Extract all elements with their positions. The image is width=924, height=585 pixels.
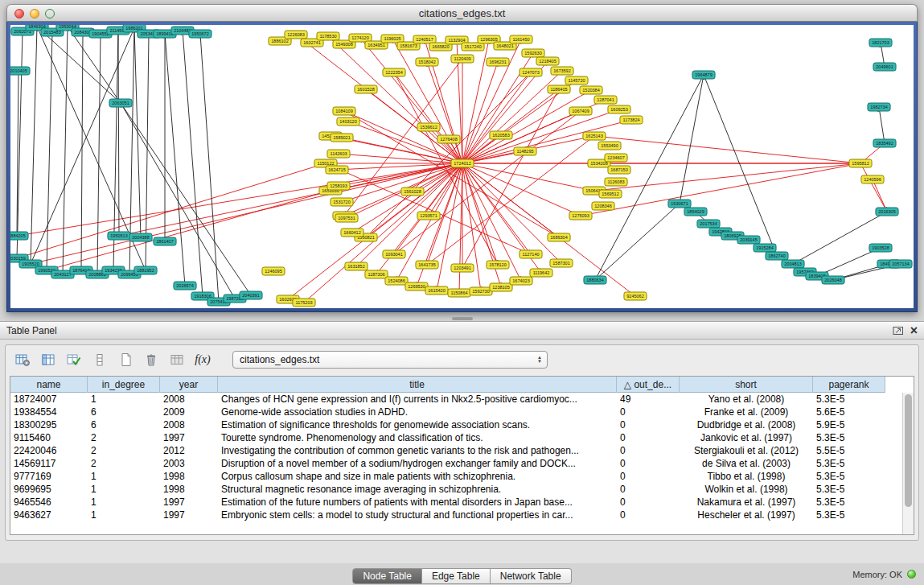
graph-node[interactable]: 1615420 [425,286,448,295]
table-cell-title[interactable]: Genome-wide association studies in ADHD. [218,406,617,418]
graph-node[interactable]: 1246095 [262,267,285,275]
table-selector-dropdown[interactable]: citations_edges.txt ▲▼ [232,351,548,369]
graph-node[interactable]: 2049601 [873,63,896,71]
graph-node[interactable]: 1218405 [536,57,559,65]
graph-node[interactable]: 1293571 [417,212,440,220]
graph-node[interactable]: 1067409 [569,107,592,115]
graph-node[interactable]: 1148295 [514,147,536,155]
table-cell-short[interactable]: de Silva et al. (2003) [680,457,813,470]
table-cell-pagerank[interactable]: 5.3E-5 [813,431,885,444]
table-cell-name[interactable]: 19384554 [10,406,88,418]
row-editor-icon[interactable] [91,351,109,369]
table-cell-in_degree[interactable]: 2 [88,431,160,444]
graph-node[interactable]: 1835492 [873,139,896,147]
graph-node[interactable]: 2017534 [697,220,720,228]
table-cell-short[interactable]: Jankovic et al. (1997) [680,431,813,444]
table-row[interactable]: 1830029562008Estimation of significance … [10,418,902,431]
table-cell-name[interactable]: 9465546 [10,496,88,509]
graph-node[interactable]: 1595812 [849,159,872,167]
column-header-title[interactable]: title [218,377,617,393]
graph-node[interactable]: 1881952 [134,266,157,274]
table-row[interactable]: 1938455462009Genome-wide association stu… [10,406,902,418]
graph-node[interactable]: 1589021 [331,134,353,142]
graph-node[interactable]: 1403120 [337,117,359,126]
window-titlebar[interactable]: citations_edges.txt [6,4,918,22]
graph-node[interactable]: 2063051 [109,99,132,107]
graph-node[interactable]: 1287041 [594,96,617,104]
table-row[interactable]: 1872400712008Changes of HCN gene express… [10,393,902,406]
graph-node[interactable]: 1884205 [10,232,28,240]
table-cell-out_degree[interactable]: 0 [617,470,680,483]
graph-node[interactable]: 1150864 [448,289,470,297]
graph-node[interactable]: 1203491 [451,264,474,272]
table-cell-year[interactable]: 1998 [160,470,218,483]
column-header-name[interactable]: name [10,377,88,393]
table-cell-in_degree[interactable]: 1 [88,393,160,406]
table-cell-short[interactable]: Wolkin et al. (1998) [680,483,813,496]
close-window-button[interactable] [14,9,24,19]
table-cell-year[interactable]: 2008 [160,418,218,431]
table-cell-pagerank[interactable]: 5.3E-5 [813,457,885,470]
graph-node[interactable]: 1601528 [355,85,377,93]
table-cell-title[interactable]: Structural magnetic resonance image aver… [218,483,617,496]
edit-table-icon[interactable] [65,351,83,369]
import-table-icon[interactable] [168,351,186,369]
graph-node[interactable]: 1234607 [605,154,627,162]
graph-node[interactable]: 1240596 [861,175,884,183]
graph-node[interactable]: 1120409 [451,55,474,63]
graph-node[interactable]: 1553490 [598,142,621,150]
table-cell-short[interactable]: Hescheler et al. (1997) [680,509,813,521]
graph-node[interactable]: 1175203 [293,299,315,307]
table-cell-out_degree[interactable]: 0 [617,457,680,470]
table-cell-in_degree[interactable]: 1 [88,509,160,521]
graph-node[interactable]: 1821703 [869,39,892,47]
column-chooser-icon[interactable] [39,351,57,369]
table-cell-title[interactable]: Embryonic stem cells: a model to study s… [218,509,617,521]
graph-node[interactable]: 1592730 [470,287,492,295]
table-cell-out_degree[interactable]: 0 [617,496,680,509]
table-row[interactable]: 911546021997Tourette syndrome. Phenomeno… [10,431,902,444]
table-cell-year[interactable]: 1998 [160,483,218,496]
function-builder-icon[interactable]: f(x) [194,351,211,369]
table-cell-name[interactable]: 18300295 [10,418,88,431]
graph-node[interactable]: 1161450 [510,35,532,43]
table-cell-short[interactable]: Tibbo et al. (1998) [680,470,813,483]
graph-node[interactable]: 1689304 [548,233,570,241]
graph-node[interactable]: 1724012 [451,159,474,167]
graph-node[interactable]: 1660412 [341,229,363,237]
table-vertical-scrollbar[interactable] [902,393,914,534]
table-cell-in_degree[interactable]: 6 [88,418,160,431]
graph-node[interactable]: 1687150 [608,166,630,174]
graph-node[interactable]: 2026574 [174,282,196,290]
graph-node[interactable]: 1127140 [519,250,542,258]
graph-node[interactable]: 1276408 [437,135,460,143]
table-cell-pagerank[interactable]: 5.5E-5 [813,444,885,457]
table-cell-pagerank[interactable]: 5.9E-5 [813,418,885,431]
table-cell-name[interactable]: 9463627 [10,509,88,521]
table-cell-title[interactable]: Estimation of the future numbers of pati… [218,496,617,509]
graph-node[interactable]: 9245062 [624,292,647,300]
graph-node[interactable]: 1186405 [548,85,570,93]
table-cell-in_degree[interactable]: 1 [88,496,160,509]
table-row[interactable]: 2242004622012Investigating the contribut… [10,444,902,457]
column-header-pagerank[interactable]: pagerank [813,377,885,393]
scrollbar-thumb[interactable] [905,394,912,507]
table-cell-out_degree[interactable]: 0 [617,406,680,418]
graph-node[interactable]: 1247073 [519,68,542,76]
table-cell-title[interactable]: Estimation of significance thresholds fo… [218,418,617,431]
table-cell-in_degree[interactable]: 1 [88,483,160,496]
float-panel-icon[interactable] [893,326,904,336]
graph-node[interactable]: 1641735 [416,261,438,269]
graph-node[interactable]: 1964879 [692,71,715,79]
graph-node[interactable]: 1275093 [569,212,592,220]
table-cell-year[interactable]: 2008 [160,393,218,406]
graph-node[interactable]: 1524086 [385,277,408,285]
graph-node[interactable]: 2004388 [129,233,152,241]
new-document-icon[interactable] [117,351,134,369]
graph-node[interactable]: 1578120 [487,261,509,269]
table-cell-year[interactable]: 2012 [160,444,218,457]
table-cell-pagerank[interactable]: 5.6E-5 [813,406,885,418]
column-header-out_degree[interactable]: △ out_de... [617,377,680,393]
graph-node[interactable]: 1187306 [365,270,388,278]
table-cell-name[interactable]: 14569117 [10,457,88,470]
